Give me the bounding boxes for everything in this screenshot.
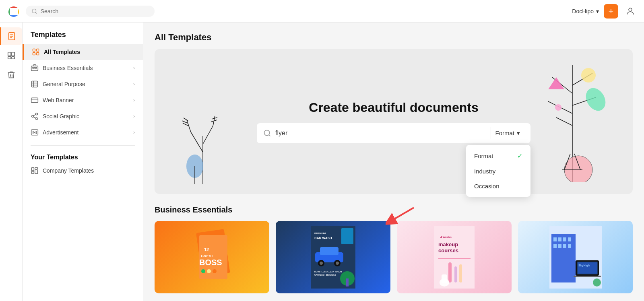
icon-bar-documents[interactable] <box>0 27 22 45</box>
svg-text:DOUBTLESS CLEAN IN OUR: DOUBTLESS CLEAN IN OUR <box>314 270 342 273</box>
svg-text:4 Weeks: 4 Weeks <box>440 236 452 239</box>
svg-rect-97 <box>448 262 452 282</box>
svg-line-47 <box>184 118 188 121</box>
svg-rect-21 <box>32 81 38 87</box>
sidebar-label-company-templates: Company Templates <box>43 167 94 174</box>
format-dropdown: Format ✓ Industry Occasion <box>466 145 530 197</box>
svg-rect-37 <box>32 171 34 174</box>
svg-point-62 <box>555 104 561 111</box>
svg-rect-96 <box>438 258 471 259</box>
hero-search-input[interactable] <box>275 130 487 137</box>
format-label: Format <box>495 130 514 136</box>
format-dropdown-item-occasion[interactable]: Occasion <box>466 179 530 194</box>
svg-point-76 <box>207 269 211 273</box>
svg-text:12: 12 <box>204 247 209 252</box>
svg-point-75 <box>201 269 205 273</box>
svg-point-29 <box>36 118 38 120</box>
svg-text:courses: courses <box>438 247 458 254</box>
topnav: DocHipo ▾ + <box>0 0 644 23</box>
svg-text:CAR WASH: CAR WASH <box>314 236 332 240</box>
sidebar-item-all-templates[interactable]: All Templates <box>23 44 143 60</box>
svg-line-46 <box>182 121 188 123</box>
template-card-4[interactable]: SkyHigh <box>518 221 633 293</box>
body-layout: Templates All Templates Business Essenti… <box>0 23 644 301</box>
svg-text:GREAT: GREAT <box>201 254 213 258</box>
format-dropdown-item-format[interactable]: Format ✓ <box>466 148 530 164</box>
svg-rect-107 <box>568 237 571 241</box>
main-content: All Templates <box>143 23 644 301</box>
chevron-icon: › <box>133 81 135 87</box>
svg-point-4 <box>629 8 632 11</box>
nav-right: DocHipo ▾ + <box>572 4 638 19</box>
sidebar-label-web-banner: Web Banner <box>43 97 74 103</box>
svg-rect-38 <box>35 168 38 169</box>
template-card-2[interactable]: PREMIUM CAR WASH DOUBTLESS CLEAN IN OUR <box>276 221 390 293</box>
svg-rect-36 <box>32 168 34 171</box>
svg-line-31 <box>33 114 36 115</box>
svg-text:SkyHigh: SkyHigh <box>578 264 590 267</box>
hero-title: Create beautiful documents <box>257 100 530 115</box>
logo[interactable] <box>6 3 21 19</box>
svg-point-1 <box>11 8 16 13</box>
svg-line-69 <box>390 208 414 222</box>
format-button[interactable]: Format ▾ <box>491 127 524 139</box>
svg-point-2 <box>32 9 36 13</box>
sidebar-item-general-purpose[interactable]: General Purpose › <box>23 76 143 92</box>
format-dropdown-item-industry[interactable]: Industry <box>466 164 530 179</box>
sidebar-item-advertisement[interactable]: Advertisement › <box>23 124 143 140</box>
card-2-inner: PREMIUM CAR WASH DOUBTLESS CLEAN IN OUR <box>276 221 390 293</box>
sidebar-title: Templates <box>23 31 143 44</box>
hero-center: Create beautiful documents Format ▾ For <box>257 100 530 143</box>
search-icon <box>263 129 271 137</box>
search-input[interactable] <box>41 8 149 14</box>
svg-point-60 <box>564 156 592 182</box>
chevron-icon: › <box>133 65 135 71</box>
svg-rect-89 <box>346 278 349 287</box>
user-avatar[interactable] <box>623 4 638 19</box>
hero-search-row: Format ▾ <box>257 123 530 143</box>
svg-line-41 <box>191 132 203 152</box>
svg-rect-14 <box>37 49 39 52</box>
page-title: All Templates <box>155 32 633 43</box>
dochipo-button[interactable]: DocHipo ▾ <box>572 8 599 14</box>
svg-rect-20 <box>35 67 37 68</box>
svg-rect-12 <box>11 57 14 59</box>
svg-rect-13 <box>33 49 35 52</box>
svg-point-27 <box>36 113 38 115</box>
search-bar[interactable] <box>26 6 155 17</box>
svg-rect-79 <box>341 228 353 244</box>
sidebar-label-advertisement: Advertisement <box>43 129 78 136</box>
icon-bar-trash[interactable] <box>2 66 20 84</box>
svg-line-55 <box>556 118 572 126</box>
svg-point-59 <box>582 85 609 114</box>
sidebar-label-social-graphic: Social Graphic <box>43 113 79 120</box>
svg-rect-99 <box>459 264 462 282</box>
svg-text:CAR WASH SERVICES: CAR WASH SERVICES <box>314 274 336 276</box>
hero-decoration-left <box>179 104 227 186</box>
chevron-icon: › <box>133 130 135 135</box>
sidebar-item-business-essentials[interactable]: Business Essentials › <box>23 60 143 76</box>
search-icon <box>31 8 37 14</box>
hero-banner: Create beautiful documents Format ▾ For <box>155 49 633 194</box>
svg-rect-105 <box>558 237 561 241</box>
svg-line-30 <box>33 117 36 118</box>
hero-search-container: Format ▾ Format ✓ Industry <box>257 123 530 143</box>
svg-rect-106 <box>563 237 566 241</box>
chevron-icon: ▾ <box>596 8 599 14</box>
svg-rect-83 <box>320 247 339 255</box>
sidebar-item-social-graphic[interactable]: Social Graphic › <box>23 108 143 124</box>
icon-bar-pages[interactable] <box>2 47 20 64</box>
card-3-inner: 4 Weeks makeup courses <box>397 221 512 293</box>
template-card-3[interactable]: 4 Weeks makeup courses <box>397 221 512 293</box>
icon-bar <box>0 23 23 301</box>
svg-rect-11 <box>8 57 10 59</box>
add-button[interactable]: + <box>604 4 618 19</box>
sidebar-label-general: General Purpose <box>43 81 85 87</box>
svg-rect-98 <box>454 266 457 282</box>
brand-name: DocHipo <box>572 8 594 14</box>
chevron-icon: › <box>133 113 135 119</box>
sidebar-item-web-banner[interactable]: Web Banner › <box>23 92 143 108</box>
svg-point-61 <box>581 68 596 82</box>
template-card-1[interactable]: 12 GREAT BOSS <box>155 221 269 293</box>
sidebar-item-company-templates[interactable]: Company Templates <box>23 163 143 179</box>
